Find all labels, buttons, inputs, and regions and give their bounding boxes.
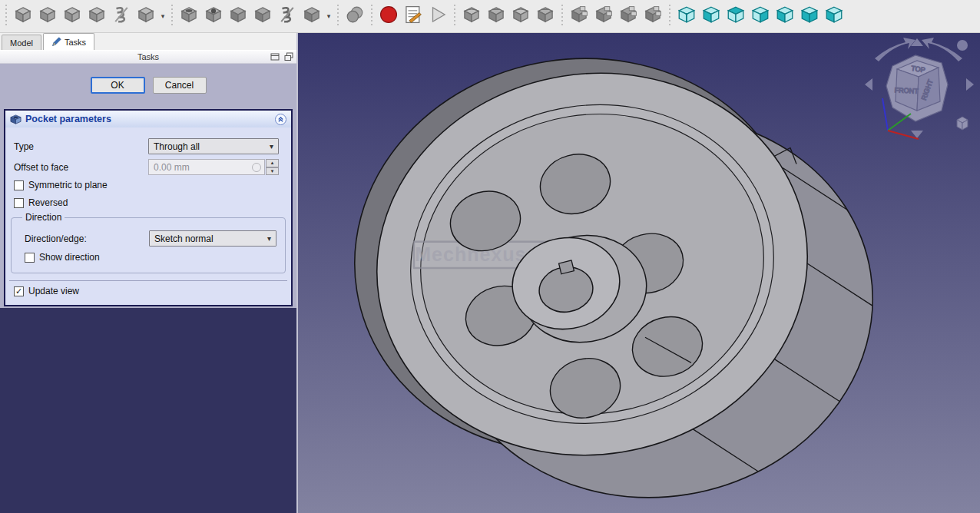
- toolbar-subtractive-pipe-button[interactable]: [250, 4, 275, 28]
- toolbar-subtractive-primitive-dropdown[interactable]: ▾: [324, 4, 333, 28]
- toolbar-separator: [369, 5, 374, 28]
- tasks-title: Tasks: [0, 52, 296, 61]
- type-combobox[interactable]: Through all ▾: [148, 138, 279, 154]
- toolbar-record-macro-button[interactable]: [376, 4, 401, 28]
- ok-button[interactable]: OK: [91, 77, 145, 94]
- toolbar-subtractive-primitive-button[interactable]: [300, 4, 324, 28]
- thickness-icon: [535, 5, 555, 28]
- symmetric-to-plane-checkbox[interactable]: Symmetric to plane: [14, 180, 108, 190]
- toolbar-draft-button[interactable]: [508, 4, 533, 28]
- toolbar-right-view-button[interactable]: [748, 4, 773, 28]
- spin-down-button[interactable]: ▼: [266, 167, 279, 176]
- toolbar-revolution-button[interactable]: [35, 4, 60, 28]
- reversed-checkbox[interactable]: Reversed: [14, 197, 68, 208]
- chevron-down-icon: ▾: [270, 142, 278, 151]
- pocket-parameters-title: Pocket parameters: [25, 114, 271, 124]
- pencil-icon: [51, 37, 61, 47]
- toolbar-pocket-button[interactable]: [177, 4, 201, 28]
- tab-tasks[interactable]: Tasks: [43, 33, 94, 50]
- toolbar-rear-view-button[interactable]: [773, 4, 797, 28]
- bottom-view-icon: [800, 5, 819, 28]
- dock-panel-icon[interactable]: [270, 52, 280, 61]
- toolbar-top-view-button[interactable]: [723, 4, 748, 28]
- update-view-checkbox-box[interactable]: ✓: [14, 286, 24, 296]
- 3d-viewport[interactable]: Mechnexus.com: [298, 33, 980, 513]
- toolbar-separator: [560, 5, 564, 28]
- freecad-window: ▾▾ Model Tasks Tasks: [0, 0, 980, 513]
- toolbar-separator: [4, 5, 8, 28]
- tab-model[interactable]: Model: [2, 35, 41, 50]
- nav-mini-cube[interactable]: [957, 117, 968, 130]
- reversed-checkbox-box[interactable]: [14, 198, 24, 208]
- toolbar-subtractive-helix-button[interactable]: [275, 4, 300, 28]
- symmetric-checkbox-box[interactable]: [14, 180, 24, 190]
- toolbar-separator: [667, 5, 672, 28]
- toolbar-linear-pattern-button[interactable]: [591, 4, 616, 28]
- cancel-button[interactable]: Cancel: [153, 77, 207, 94]
- toolbar-separator: [336, 5, 340, 28]
- toolbar-groove-button[interactable]: [226, 4, 250, 28]
- toolbar-execute-macro-button[interactable]: [425, 4, 450, 28]
- rear-view-icon: [775, 5, 795, 28]
- y-axis: [888, 114, 911, 131]
- nav-right-arrow[interactable]: [966, 78, 974, 91]
- tasks-panel-content: OK Cancel: [0, 64, 296, 513]
- draft-icon: [511, 5, 531, 28]
- toolbar-additive-primitive-button[interactable]: [134, 4, 158, 28]
- toolbar-polar-pattern-button[interactable]: [616, 4, 641, 28]
- toolbar-mirrored-button[interactable]: [567, 4, 591, 28]
- tab-tasks-label: Tasks: [65, 38, 86, 47]
- subtractive-helix-icon: [277, 5, 297, 28]
- mirrored-icon: [569, 5, 589, 28]
- toolbar-hole-button[interactable]: [201, 4, 226, 28]
- toolbar-thickness-button[interactable]: [533, 4, 558, 28]
- collapse-section-button[interactable]: [275, 114, 286, 125]
- show-direction-checkbox[interactable]: Show direction: [25, 252, 100, 263]
- toolbar-chamfer-button[interactable]: [484, 4, 508, 28]
- toolbar-front-view-button[interactable]: [699, 4, 723, 28]
- toolbar-additive-helix-button[interactable]: [109, 4, 134, 28]
- toolbar-additive-pipe-button[interactable]: [84, 4, 109, 28]
- nav-left-arrow[interactable]: [865, 78, 872, 91]
- navigation-cube[interactable]: TOP FRONT RIGHT: [862, 37, 977, 144]
- expression-editor-icon[interactable]: [252, 163, 261, 172]
- additive-loft-icon: [62, 5, 82, 28]
- dialog-separator: [9, 280, 287, 281]
- linear-pattern-icon: [594, 5, 614, 28]
- toolbar-bottom-view-button[interactable]: [797, 4, 822, 28]
- offset-to-face-label: Offset to face: [14, 162, 68, 173]
- offset-to-face-input[interactable]: 0.00 mm: [148, 159, 265, 175]
- axonometric-view-icon: [677, 5, 697, 28]
- toolbar-multitransform-button[interactable]: [641, 4, 665, 28]
- nav-cube-front-label: FRONT: [894, 86, 919, 95]
- show-direction-checkbox-label: Show direction: [39, 252, 100, 263]
- update-view-checkbox[interactable]: ✓ Update view: [14, 286, 79, 296]
- toolbar-additive-primitive-dropdown[interactable]: ▾: [158, 4, 167, 28]
- spin-up-button[interactable]: ▲: [266, 159, 279, 167]
- toolbar-additive-loft-button[interactable]: [60, 4, 84, 28]
- nav-cube-body[interactable]: TOP FRONT RIGHT: [886, 55, 948, 121]
- front-view-icon: [701, 5, 721, 28]
- show-direction-checkbox-box[interactable]: [25, 253, 35, 263]
- tasks-titlebar[interactable]: Tasks: [0, 50, 296, 64]
- toolbar-boolean-operation-button[interactable]: [343, 4, 367, 28]
- ok-button-label: OK: [111, 80, 124, 91]
- direction-edge-combobox[interactable]: Sketch normal ▾: [149, 230, 276, 247]
- nav-sphere[interactable]: [957, 40, 968, 51]
- execute-macro-icon: [428, 5, 448, 28]
- subtractive-primitive-icon: [302, 5, 322, 28]
- toolbar-macro-editor-button[interactable]: [401, 4, 425, 28]
- float-panel-icon[interactable]: [284, 52, 293, 61]
- main-toolbar: ▾▾: [0, 0, 980, 33]
- chamfer-icon: [486, 5, 506, 28]
- symmetric-checkbox-label: Symmetric to plane: [28, 180, 108, 190]
- pocket-parameters-header[interactable]: Pocket parameters: [5, 111, 291, 127]
- toolbar-pad-button[interactable]: [11, 4, 35, 28]
- direction-group-label: Direction: [22, 212, 65, 223]
- rotate-right-arrow[interactable]: [922, 38, 962, 61]
- offset-value: 0.00 mm: [154, 162, 190, 173]
- toolbar-fillet-button[interactable]: [459, 4, 484, 28]
- task-dialog-section: OK Cancel: [0, 64, 296, 308]
- toolbar-axonometric-view-button[interactable]: [674, 4, 699, 28]
- toolbar-left-view-button[interactable]: [822, 4, 846, 28]
